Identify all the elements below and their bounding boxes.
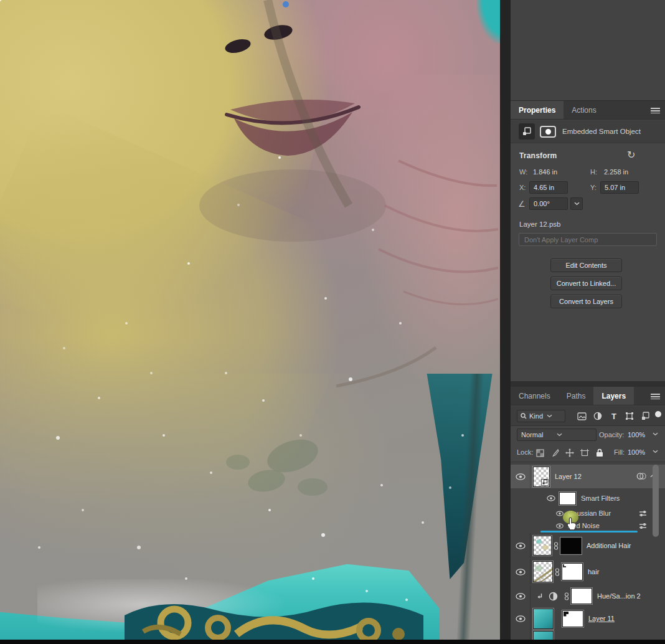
filter-options-icon[interactable] — [639, 523, 647, 529]
eye-icon — [547, 495, 555, 501]
layer-name[interactable]: Layer 12 — [555, 473, 582, 480]
reset-transform-icon[interactable]: ↺ — [627, 149, 635, 161]
opacity-value[interactable]: 100% — [628, 431, 645, 438]
panel-gutter — [500, 0, 511, 644]
visibility-toggle[interactable] — [511, 559, 531, 584]
smart-filters-label: Smart Filters — [581, 495, 620, 502]
filter-image-icon[interactable] — [575, 410, 588, 422]
adjustment-mask-thumbnail[interactable] — [571, 588, 592, 604]
h-label: H: — [590, 168, 597, 176]
search-icon — [521, 413, 527, 419]
smart-object-icon — [519, 123, 535, 140]
filter-options-icon[interactable] — [639, 510, 647, 517]
visibility-toggle[interactable] — [511, 630, 531, 640]
lock-all-icon[interactable] — [594, 448, 605, 458]
canvas-image[interactable] — [0, 0, 500, 640]
right-dock: Properties Actions Embedded Smart Object… — [511, 0, 665, 644]
layer-mask-thumbnail[interactable] — [562, 563, 583, 580]
layer-thumbnail[interactable] — [533, 561, 553, 582]
layer-mask-thumbnail[interactable] — [560, 537, 582, 554]
face-features — [0, 0, 500, 640]
filter-row-add-noise[interactable]: Add Noise — [511, 519, 665, 532]
layer-name[interactable]: Hue/Sa...ion 2 — [597, 592, 641, 600]
blend-mode-value: Normal — [521, 431, 557, 438]
layers-scrollbar[interactable] — [653, 465, 659, 537]
mask-corner-mark — [563, 564, 566, 567]
filter-adjustment-icon[interactable] — [592, 410, 604, 422]
layer-row-layer11[interactable]: Layer 11 — [511, 607, 665, 630]
mask-link-icon[interactable] — [554, 542, 559, 550]
layers-menu-icon[interactable] — [651, 394, 660, 399]
visibility-toggle[interactable] — [543, 495, 559, 501]
fill-dropdown-icon[interactable] — [653, 450, 658, 453]
filter-shape-icon[interactable] — [623, 410, 636, 422]
kind-filter-combo[interactable]: Kind — [517, 410, 565, 422]
layer-name[interactable]: Additional Hair — [587, 542, 631, 549]
smart-filters-row[interactable]: Smart Filters — [511, 491, 665, 506]
layer-name[interactable]: hair — [588, 568, 599, 575]
eye-icon — [556, 511, 564, 516]
filter-smart-object-icon[interactable] — [639, 410, 651, 422]
layer-row-partial[interactable] — [511, 630, 665, 640]
visibility-toggle[interactable] — [511, 607, 531, 630]
tab-actions[interactable]: Actions — [564, 101, 604, 119]
visibility-toggle[interactable] — [511, 465, 531, 488]
drag-drop-indicator — [540, 531, 638, 533]
layer-comp-select[interactable]: Don't Apply Layer Comp — [519, 233, 657, 246]
visibility-toggle[interactable] — [554, 523, 565, 529]
opacity-dropdown-icon[interactable] — [653, 432, 658, 436]
eye-icon — [516, 473, 526, 480]
layers-filter-row: Kind T — [511, 406, 665, 426]
w-label: W: — [519, 168, 527, 176]
filter-toggle-icon[interactable] — [655, 411, 661, 417]
properties-tabbar: Properties Actions — [511, 101, 665, 120]
tab-paths[interactable]: Paths — [559, 387, 594, 405]
edit-contents-button[interactable]: Edit Contents — [550, 258, 622, 272]
layer-thumbnail[interactable] — [533, 466, 550, 487]
panel-menu-icon[interactable] — [651, 108, 660, 113]
lock-position-icon[interactable] — [564, 448, 575, 458]
x-label: X: — [519, 184, 526, 191]
y-input[interactable] — [600, 181, 639, 194]
eye-icon — [516, 615, 526, 622]
filter-type-icon[interactable]: T — [608, 410, 620, 422]
dock-divider[interactable] — [511, 381, 665, 387]
layer-name[interactable]: Layer 11 — [588, 615, 615, 622]
layer-row-additional-hair[interactable]: Additional Hair — [511, 533, 665, 558]
mask-link-icon[interactable] — [555, 568, 560, 576]
tab-layers[interactable]: Layers — [593, 387, 634, 405]
angle-dropdown-button[interactable] — [570, 197, 583, 210]
angle-input[interactable] — [529, 197, 568, 210]
layers-tabbar: Channels Paths Layers — [511, 387, 665, 405]
layer-thumbnail[interactable] — [533, 536, 552, 556]
convert-to-layers-button[interactable]: Convert to Layers — [550, 295, 622, 308]
lock-artboard-icon[interactable] — [579, 448, 590, 458]
object-thumbnail-icon — [540, 126, 556, 138]
blend-mode-row: Normal Opacity: 100% — [511, 426, 665, 443]
psb-file-name: Layer 12.psb — [519, 220, 561, 228]
mask-link-icon[interactable] — [564, 592, 569, 600]
tab-channels[interactable]: Channels — [511, 387, 559, 405]
filter-row-gaussian-blur[interactable]: Gaussian Blur — [511, 507, 665, 519]
layer-mask-thumbnail[interactable] — [562, 610, 583, 627]
eye-icon — [516, 569, 526, 575]
visibility-toggle[interactable] — [511, 585, 531, 607]
h-value: 2.258 in — [604, 168, 628, 176]
tab-properties[interactable]: Properties — [511, 101, 564, 119]
smart-filter-icon[interactable] — [636, 472, 646, 480]
layer-thumbnail[interactable] — [533, 608, 554, 629]
layer-row-hair[interactable]: hair — [511, 559, 665, 584]
layer-thumbnail[interactable] — [533, 631, 554, 640]
blend-mode-select[interactable]: Normal — [517, 429, 597, 441]
x-input[interactable] — [529, 181, 568, 194]
layer-row-layer12[interactable]: Layer 12 — [511, 465, 665, 488]
eye-icon — [556, 523, 564, 529]
layer-row-hue-saturation[interactable]: Hue/Sa...ion 2 — [511, 585, 665, 607]
visibility-toggle[interactable] — [511, 533, 531, 558]
filter-mask-thumbnail[interactable] — [559, 492, 576, 505]
fill-value[interactable]: 100% — [628, 448, 645, 456]
lock-transparency-icon[interactable] — [534, 448, 545, 458]
lock-pixels-icon[interactable] — [549, 448, 560, 458]
convert-to-linked-button[interactable]: Convert to Linked... — [550, 277, 622, 290]
clipping-mask-icon — [537, 593, 542, 600]
